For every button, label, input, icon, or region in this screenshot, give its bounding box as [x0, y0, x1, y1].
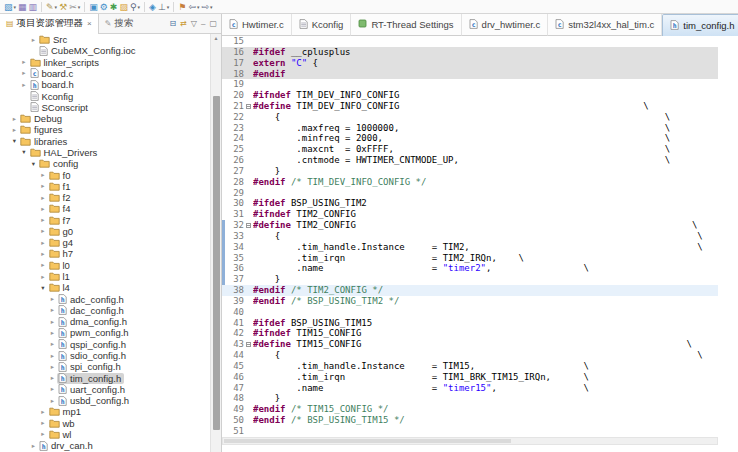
- code-line-47[interactable]: 47 .name = "timer15", \: [222, 383, 718, 394]
- code-line-15[interactable]: 15: [222, 36, 718, 47]
- tree-item-l1[interactable]: ▸l1: [0, 271, 221, 282]
- tree-item-body[interactable]: hpwm_config.h: [57, 327, 132, 338]
- tree-item-body[interactable]: hsdio_config.h: [57, 350, 129, 361]
- tree-item-body[interactable]: wb: [48, 418, 78, 429]
- expander-icon[interactable]: ▸: [48, 363, 57, 371]
- code-text[interactable]: { \: [253, 112, 718, 123]
- tree-item-usbd-config-h[interactable]: ▸husbd_config.h: [0, 395, 221, 406]
- line-number[interactable]: 18: [225, 69, 244, 80]
- tree-item-adc-config-h[interactable]: ▸hadc_config.h: [0, 293, 221, 304]
- expander-icon[interactable]: ▸: [48, 306, 57, 314]
- line-number[interactable]: 38: [225, 285, 244, 296]
- tree-item-body[interactable]: f4: [48, 203, 74, 214]
- code-text[interactable]: }: [253, 166, 718, 177]
- code-line-46[interactable]: 46 .tim_irqn = TIM1_BRK_TIM15_IRQn, \: [222, 372, 718, 383]
- expander-icon[interactable]: ▸: [10, 115, 19, 123]
- code-line-26[interactable]: 26 .cntmode = HWTIMER_CNTMODE_UP, \: [222, 155, 718, 166]
- new-button[interactable]: ▧▾: [3, 1, 17, 13]
- tree-item-body[interactable]: hadc_config.h: [57, 294, 127, 305]
- scroll-up-icon[interactable]: ▲: [211, 35, 221, 41]
- code-text[interactable]: .maxcnt = 0xFFFF, \: [253, 144, 718, 155]
- code-line-32[interactable]: 32#define TIM2_CONFIG \: [222, 220, 718, 231]
- line-number[interactable]: 39: [225, 296, 244, 307]
- line-number[interactable]: 42: [225, 328, 244, 339]
- tree-item-body[interactable]: CubeMX_Config.ioc: [38, 45, 139, 56]
- expander-icon[interactable]: ▸: [48, 329, 57, 337]
- expander-icon[interactable]: ▸: [29, 36, 38, 44]
- tree-item-g4[interactable]: ▸g4: [0, 237, 221, 248]
- expander-icon[interactable]: ▸: [48, 397, 57, 405]
- code-text[interactable]: .minfreq = 2000, \: [253, 133, 718, 144]
- tree-item-config[interactable]: ▾config: [0, 158, 221, 169]
- line-number[interactable]: 34: [225, 242, 244, 253]
- collapse-icon[interactable]: [246, 104, 251, 109]
- code-text[interactable]: #ifndef TIM_DEV_INFO_CONFIG: [253, 90, 718, 101]
- tree-item-body[interactable]: g4: [48, 237, 77, 248]
- hammer-button[interactable]: ⚒: [58, 1, 68, 13]
- line-number[interactable]: 41: [225, 318, 244, 329]
- tree-item-debug[interactable]: ▸Debug: [0, 113, 221, 124]
- code-text[interactable]: .tim_irqn = TIM1_BRK_TIM15_IRQn, \: [253, 372, 718, 383]
- code-viewport[interactable]: 1516#ifdef __cplusplus17extern "C" {18#e…: [222, 36, 718, 437]
- expander-icon[interactable]: ▸: [39, 205, 48, 213]
- code-line-35[interactable]: 35 .tim_irqn = TIM2_IRQn, \: [222, 253, 718, 264]
- tree-item-dac-config-h[interactable]: ▸hdac_config.h: [0, 305, 221, 316]
- tab-kconfig[interactable]: Kconfig: [292, 14, 352, 36]
- tree-item-body[interactable]: hqspi_config.h: [57, 339, 129, 350]
- code-line-40[interactable]: 40: [222, 307, 718, 318]
- tree-item-spi-config-h[interactable]: ▸hspi_config.h: [0, 361, 221, 372]
- code-text[interactable]: #endif /* TIM15_CONFIG */: [253, 404, 718, 415]
- close-icon[interactable]: ×: [87, 19, 92, 28]
- line-number[interactable]: 44: [225, 350, 244, 361]
- expander-icon[interactable]: ▾: [20, 148, 29, 156]
- expander-icon[interactable]: ▸: [39, 419, 48, 427]
- line-number[interactable]: 37: [225, 274, 244, 285]
- fold-marker[interactable]: [244, 342, 253, 347]
- tree-item-body[interactable]: Src: [38, 34, 70, 45]
- sidebar-tab-项目资源管理器[interactable]: ▤项目资源管理器×: [0, 14, 99, 34]
- tree-item-f7[interactable]: ▸f7: [0, 215, 221, 226]
- line-number[interactable]: 29: [225, 188, 244, 199]
- tree-item-l0[interactable]: ▸l0: [0, 260, 221, 271]
- tree-item-l4[interactable]: ▾l4: [0, 282, 221, 293]
- fold-marker[interactable]: [244, 104, 253, 109]
- minimize-icon[interactable]: –: [201, 20, 205, 28]
- code-line-25[interactable]: 25 .maxcnt = 0xFFFF, \: [222, 144, 718, 155]
- sidebar-scrollbar[interactable]: ▲: [210, 34, 221, 452]
- back-button[interactable]: ⇦▾: [187, 1, 200, 13]
- expander-icon[interactable]: ▸: [39, 273, 48, 281]
- code-text[interactable]: #define TIM2_CONFIG \: [253, 220, 718, 231]
- dropdown-arrow-icon[interactable]: ▾: [14, 4, 17, 10]
- tree-item-body[interactable]: l4: [48, 282, 73, 293]
- code-text[interactable]: }: [253, 393, 718, 404]
- tree-item-dma-config-h[interactable]: ▸hdma_config.h: [0, 316, 221, 327]
- code-line-34[interactable]: 34 .tim_handle.Instance = TIM2, \: [222, 242, 718, 253]
- import-button[interactable]: ⊥▾: [157, 1, 170, 13]
- code-line-37[interactable]: 37 }: [222, 274, 718, 285]
- scissors-button[interactable]: ✂▾: [68, 1, 81, 13]
- open-folder-button[interactable]: ▨: [118, 1, 129, 13]
- code-text[interactable]: #define TIM15_CONFIG \: [253, 339, 718, 350]
- maximize-icon[interactable]: ▢: [209, 20, 217, 28]
- tree-item-cubemx-config-ioc[interactable]: CubeMX_Config.ioc: [0, 45, 221, 56]
- code-line-44[interactable]: 44 { \: [222, 350, 718, 361]
- line-number[interactable]: 33: [225, 231, 244, 242]
- tab-hwtimer-c[interactable]: cHwtimer.c: [222, 14, 292, 36]
- tree-item-pwm-config-h[interactable]: ▸hpwm_config.h: [0, 327, 221, 338]
- code-line-39[interactable]: 39#endif /* BSP_USING_TIM2 */: [222, 296, 718, 307]
- tree-item-body[interactable]: Debug: [19, 113, 65, 124]
- settings-gear-button[interactable]: ⚙: [99, 1, 109, 13]
- expander-icon[interactable]: ▸: [39, 194, 48, 202]
- tab-stm32l4xx-hal-tim-c[interactable]: cstm32l4xx_hal_tim.c: [548, 14, 662, 36]
- sidebar-scrollbar-thumb[interactable]: [213, 96, 220, 430]
- code-text[interactable]: { \: [253, 231, 718, 242]
- tree-item-hal-drivers[interactable]: ▾HAL_Drivers: [0, 147, 221, 158]
- dropdown-arrow-icon[interactable]: ▾: [138, 4, 141, 10]
- code-line-20[interactable]: 20#ifndef TIM_DEV_INFO_CONFIG: [222, 90, 718, 101]
- dropdown-arrow-icon[interactable]: ▾: [167, 4, 170, 10]
- expander-icon[interactable]: ▸: [39, 408, 48, 416]
- tree-item-body[interactable]: hdac_config.h: [57, 305, 127, 316]
- expander-icon[interactable]: ▸: [20, 69, 29, 77]
- code-line-28[interactable]: 28#endif /* TIM_DEV_INFO_CONFIG */: [222, 177, 718, 188]
- tree-item-f2[interactable]: ▸f2: [0, 192, 221, 203]
